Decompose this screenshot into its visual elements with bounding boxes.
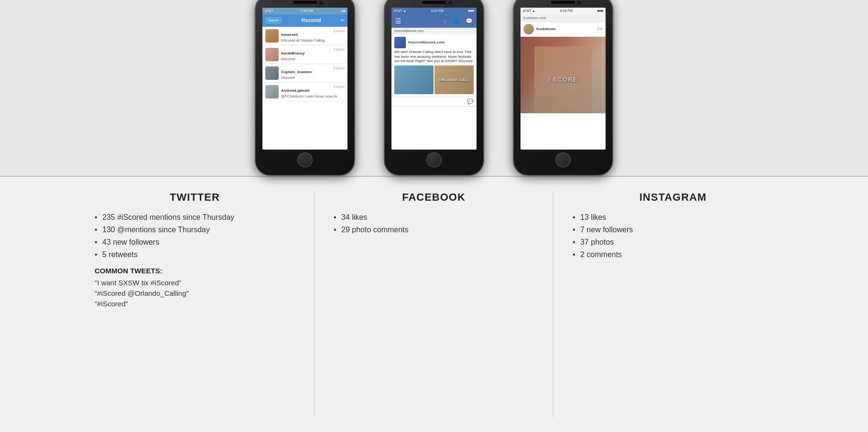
fb-post-username: freecreditscore.com (408, 40, 445, 44)
fb-time: 8:04 PM (431, 9, 444, 12)
fb-home-icon[interactable]: ⌂ (444, 18, 447, 24)
instagram-stat-1: 13 likes (573, 213, 773, 222)
tweet-content-3: Captain_Insaneo 2 hours #iscored (281, 66, 345, 80)
twitter-app-header: Search #iscored ✏ (262, 14, 347, 27)
instagram-stats-list: 13 likes 7 new followers 37 photos 2 com… (573, 213, 773, 259)
ig-carrier: AT&T ▲ (523, 9, 535, 12)
fb-image-gallery: ORLANDO CALL (394, 65, 474, 94)
ig-url-bar[interactable]: fcsdotcom.com (521, 14, 606, 22)
ig-post-time: 23h (597, 27, 603, 31)
tweet-row-4[interactable]: AndrewLipinski 3 hours @FCSdotcom I want… (262, 83, 347, 101)
fb-nav-icons: ⌂ 👤 💬 (444, 18, 473, 24)
fb-comment-icon[interactable]: 💬 (467, 98, 474, 105)
ig-time: 8:29 PM (560, 9, 573, 12)
facebook-stat-1: 34 likes (334, 213, 534, 222)
tweet-name-2: SarahBransy (281, 51, 304, 55)
fb-app-header: ☰ ⌂ 👤 💬 (391, 14, 477, 28)
phone-home-button-ig[interactable] (555, 152, 571, 167)
ig-post-avatar (523, 24, 534, 34)
twitter-stats-title: TWITTER (95, 191, 295, 204)
facebook-stats-title: FACEBOOK (334, 191, 534, 204)
phone-home-button[interactable] (297, 152, 313, 167)
twitter-title: #iscored (302, 18, 321, 23)
common-tweet-1: "I want SXSW tix #iScored" (95, 279, 295, 287)
ig-status-bar: AT&T ▲ 8:29 PM ■■■ (521, 8, 606, 14)
twitter-time: 7:35 PM (301, 9, 313, 12)
twitter-screen: AT&T 7:35 PM ⊿■ Search #iscored ✏ mmarse… (262, 8, 347, 150)
twitter-signal: ⊿■ (340, 9, 345, 13)
tweet-text-3: #iscored (281, 76, 345, 80)
instagram-stat-2: 7 new followers (573, 226, 773, 234)
tweet-row-2[interactable]: SarahBransy 3 hours #iScored (262, 45, 347, 64)
instagram-screen: AT&T ▲ 8:29 PM ■■■ fcsdotcom.com fcsdotc… (521, 8, 606, 150)
tweet-text-1: #iScored at Orlando Calling (281, 38, 345, 43)
fb-post-avatar (394, 37, 406, 48)
phone-camera (319, 1, 323, 5)
ig-url-text: fcsdotcom.com (523, 16, 546, 20)
fb-image-1 (394, 65, 434, 94)
tweet-content-4: AndrewLipinski 3 hours @FCSdotcom I want… (281, 85, 345, 98)
fb-action-bar: 💬 (391, 97, 477, 107)
ig-battery: ■■■ (597, 9, 603, 12)
tweet-avatar-3 (265, 66, 279, 80)
instagram-phone: AT&T ▲ 8:29 PM ■■■ fcsdotcom.com fcsdotc… (513, 0, 613, 176)
instagram-stats-title: INSTAGRAM (573, 191, 773, 204)
tweet-avatar-1 (265, 29, 279, 43)
tweet-avatar-4 (265, 85, 279, 98)
stats-section: TWITTER 235 #iScored mentions since Thur… (0, 177, 868, 432)
fb-image-2: ORLANDO CALL (434, 65, 474, 94)
tweet-name-3: Captain_Insaneo (281, 70, 312, 74)
facebook-screen: AT&T ▲ 8:04 PM ■■■ ☰ ⌂ 👤 💬 freecreditsco… (391, 8, 477, 150)
facebook-stat-2: 29 photo comments (334, 226, 534, 234)
facebook-stats-list: 34 likes 29 photo comments (334, 213, 534, 234)
phone-home-button-fb[interactable] (426, 152, 442, 167)
instagram-stat-4: 2 comments (573, 250, 773, 259)
fb-url-bar[interactable]: freecreditscore.com (391, 28, 477, 34)
fb-messages-icon[interactable]: 💬 (466, 18, 473, 24)
twitter-compose-icon[interactable]: ✏ (341, 18, 345, 23)
ig-post-username: fcsdotcom (536, 27, 555, 31)
twitter-stat-1: 235 #iScored mentions since Thursday (95, 213, 295, 222)
instagram-phone-wrapper: AT&T ▲ 8:29 PM ■■■ fcsdotcom.com fcsdotc… (513, 0, 613, 176)
twitter-carrier: AT&T (265, 9, 273, 12)
twitter-stat-3: 43 new followers (95, 238, 295, 247)
twitter-phone-wrapper: AT&T 7:35 PM ⊿■ Search #iscored ✏ mmarse… (255, 0, 355, 176)
facebook-phone: AT&T ▲ 8:04 PM ■■■ ☰ ⌂ 👤 💬 freecreditsco… (384, 0, 484, 176)
tweet-avatar-2 (265, 48, 279, 61)
fb-carrier: AT&T ▲ (394, 9, 406, 12)
tweet-content-1: mmarsell 3 hours #iScored at Orlando Cal… (281, 29, 345, 43)
phone-speaker (293, 1, 317, 4)
tweet-name-4: AndrewLipinski (281, 88, 310, 93)
fb-friends-icon[interactable]: 👤 (453, 18, 460, 24)
twitter-stats-list: 235 #iScored mentions since Thursday 130… (95, 213, 295, 259)
instagram-stats-column: INSTAGRAM 13 likes 7 new followers 37 ph… (553, 191, 792, 418)
fb-url-text: freecreditscore.com (394, 29, 423, 32)
phone-camera-fb (448, 1, 452, 5)
tweet-row-3[interactable]: Captain_Insaneo 2 hours #iscored (262, 64, 347, 83)
common-tweet-2: "#iScored @Orlando_Calling" (95, 289, 295, 297)
ig-photo: i SCORE (521, 37, 606, 113)
fb-menu-icon[interactable]: ☰ (395, 17, 401, 25)
twitter-search-btn[interactable]: Search (265, 17, 282, 23)
phone-speaker-ig (551, 1, 575, 4)
tweet-content-2: SarahBransy 3 hours #iScored (281, 48, 345, 61)
fb-post-area: freecreditscore.com We wish Orlando Call… (391, 34, 477, 97)
twitter-stat-2: 130 @mentions since Thursday (95, 226, 295, 234)
facebook-stats-column: FACEBOOK 34 likes 29 photo comments (315, 191, 553, 418)
tweet-text-4: @FCSdotcom I want those sxsw tix (281, 94, 345, 98)
twitter-stats-column: TWITTER 235 #iScored mentions since Thur… (76, 191, 315, 418)
ig-post-header: fcsdotcom 23h (521, 22, 606, 37)
common-tweets-label: COMMON TWEETS: (95, 267, 295, 275)
twitter-stat-4: 5 retweets (95, 250, 295, 259)
tweet-time-1: 3 hours (334, 29, 345, 32)
fb-battery: ■■■ (468, 9, 474, 12)
tweet-time-2: 3 hours (334, 48, 345, 51)
tweet-time-3: 2 hours (334, 66, 345, 70)
phone-camera-ig (577, 1, 581, 5)
tweet-row-1[interactable]: mmarsell 3 hours #iScored at Orlando Cal… (262, 27, 347, 45)
tweet-text-2: #iScored (281, 57, 345, 61)
fb-status-bar: AT&T ▲ 8:04 PM ■■■ (391, 8, 477, 14)
twitter-status-bar: AT&T 7:35 PM ⊿■ (262, 8, 347, 14)
fb-post-text: We wish Orlando Calling didn't have to e… (394, 50, 474, 64)
facebook-phone-wrapper: AT&T ▲ 8:04 PM ■■■ ☰ ⌂ 👤 💬 freecreditsco… (384, 0, 484, 176)
